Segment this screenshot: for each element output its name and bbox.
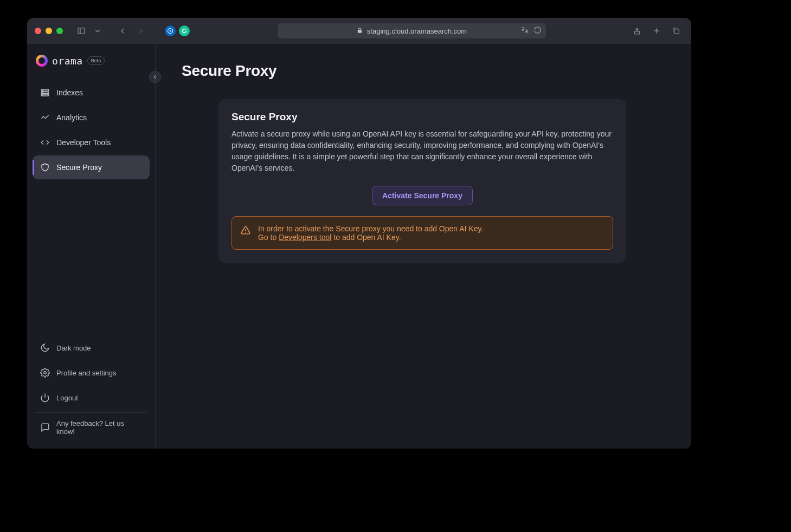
sidebar-collapse-button[interactable]	[149, 71, 161, 83]
url-text: staging.cloud.oramasearch.com	[367, 27, 467, 35]
svg-point-13	[42, 95, 43, 95]
card-description: Activate a secure proxy while using an O…	[231, 128, 613, 174]
browser-window: staging.cloud.oramasearch.com	[27, 18, 691, 449]
brand-logo-icon	[36, 55, 48, 67]
chat-icon	[40, 423, 50, 432]
close-window-button[interactable]	[35, 28, 41, 34]
minimize-window-button[interactable]	[46, 28, 52, 34]
shield-icon	[40, 163, 50, 172]
page-title: Secure Proxy	[182, 62, 665, 80]
svg-point-14	[44, 372, 47, 374]
sidebar-footer: Dark mode Profile and settings Logout	[33, 330, 150, 440]
extension-1password-icon[interactable]	[165, 25, 176, 36]
brand-name: orama	[52, 55, 83, 67]
svg-rect-0	[78, 28, 85, 34]
alert-body: In order to activate the Secure proxy yo…	[258, 224, 483, 242]
logout-button[interactable]: Logout	[33, 385, 150, 410]
forward-button[interactable]	[133, 23, 149, 38]
reload-icon[interactable]	[533, 26, 542, 36]
browser-toolbar: staging.cloud.oramasearch.com	[27, 18, 691, 44]
dark-mode-toggle[interactable]: Dark mode	[33, 335, 150, 360]
logout-label: Logout	[56, 394, 78, 402]
moon-icon	[40, 343, 50, 353]
chevron-down-icon[interactable]	[90, 23, 105, 38]
activate-secure-proxy-button[interactable]: Activate Secure Proxy	[372, 186, 473, 205]
feedback-label: Any feedback? Let us know!	[56, 419, 142, 436]
sidebar: orama Beta Indexes Analytics	[27, 44, 156, 449]
sidebar-item-label: Secure Proxy	[56, 163, 102, 172]
feedback-link[interactable]: Any feedback? Let us know!	[33, 415, 150, 440]
power-icon	[40, 393, 50, 403]
profile-settings-link[interactable]: Profile and settings	[33, 360, 150, 385]
card-actions: Activate Secure Proxy	[231, 186, 613, 205]
sidebar-item-indexes[interactable]: Indexes	[33, 81, 150, 105]
secure-proxy-card: Secure Proxy Activate a secure proxy whi…	[218, 99, 626, 263]
alert-line1: In order to activate the Secure proxy yo…	[258, 224, 483, 233]
alert-line2-prefix: Go to	[258, 233, 279, 242]
warning-icon	[241, 225, 250, 235]
divider	[36, 412, 146, 413]
sidebar-toggle-icon[interactable]	[74, 23, 89, 38]
sidebar-item-label: Analytics	[56, 113, 87, 122]
tabs-overview-icon[interactable]	[668, 23, 684, 38]
svg-point-11	[42, 90, 43, 90]
primary-nav: Indexes Analytics Developer Tools	[33, 81, 150, 179]
card-title: Secure Proxy	[231, 111, 613, 123]
svg-rect-7	[674, 29, 679, 34]
warning-alert: In order to activate the Secure proxy yo…	[231, 216, 613, 250]
url-bar[interactable]: staging.cloud.oramasearch.com	[278, 23, 546, 38]
sidebar-item-label: Indexes	[56, 88, 83, 97]
new-tab-icon[interactable]	[649, 23, 664, 38]
svg-point-12	[42, 93, 43, 93]
beta-badge: Beta	[87, 56, 105, 65]
gear-icon	[40, 368, 50, 378]
translate-icon[interactable]	[520, 26, 529, 36]
profile-settings-label: Profile and settings	[56, 369, 117, 377]
database-icon	[40, 88, 50, 98]
svg-point-17	[245, 232, 246, 233]
alert-line2: Go to Developers tool to add Open AI Key…	[258, 233, 483, 242]
back-button[interactable]	[115, 23, 130, 38]
lock-icon	[357, 28, 363, 35]
sidebar-item-developer-tools[interactable]: Developer Tools	[33, 131, 150, 154]
developers-tool-link[interactable]: Developers tool	[279, 233, 331, 242]
code-icon	[40, 138, 50, 147]
alert-line2-suffix: to add Open AI Key.	[331, 233, 401, 242]
sidebar-item-secure-proxy[interactable]: Secure Proxy	[33, 155, 150, 179]
maximize-window-button[interactable]	[56, 28, 63, 34]
main-content: Secure Proxy Secure Proxy Activate a sec…	[156, 44, 691, 449]
brand-row[interactable]: orama Beta	[33, 51, 150, 76]
extension-grammarly-icon[interactable]	[179, 25, 190, 36]
app-body: orama Beta Indexes Analytics	[27, 44, 691, 449]
sidebar-item-analytics[interactable]: Analytics	[33, 106, 150, 129]
analytics-icon	[40, 113, 50, 122]
share-icon[interactable]	[629, 23, 645, 38]
window-controls	[35, 28, 63, 34]
sidebar-item-label: Developer Tools	[56, 138, 111, 147]
dark-mode-label: Dark mode	[56, 344, 91, 352]
